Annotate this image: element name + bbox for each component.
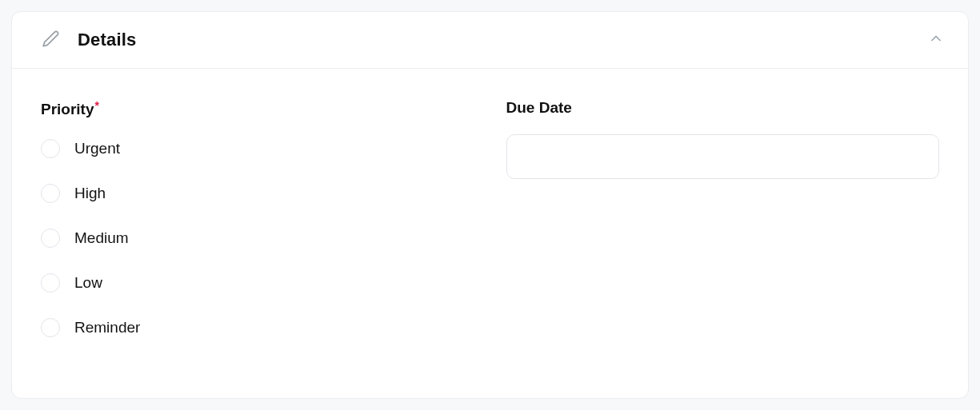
radio-circle: [41, 318, 60, 337]
due-date-column: Due Date: [506, 99, 940, 337]
card-header-left: Details: [41, 28, 137, 52]
radio-circle: [41, 229, 60, 248]
radio-label: High: [74, 185, 106, 202]
priority-label-wrapper: Priority*: [41, 99, 474, 134]
priority-label: Priority: [41, 101, 94, 118]
required-asterisk: *: [95, 99, 99, 112]
priority-option-medium[interactable]: Medium: [41, 229, 474, 248]
priority-radio-group: Urgent High Medium Low Reminder: [41, 139, 474, 337]
priority-option-low[interactable]: Low: [41, 273, 474, 293]
priority-option-reminder[interactable]: Reminder: [41, 318, 474, 337]
details-card: Details Priority* Urgent High: [11, 11, 969, 399]
radio-label: Reminder: [74, 319, 140, 336]
priority-option-urgent[interactable]: Urgent: [41, 139, 474, 158]
priority-option-high[interactable]: High: [41, 184, 474, 203]
radio-label: Medium: [74, 229, 129, 247]
card-body: Priority* Urgent High Medium Low: [12, 69, 968, 356]
priority-column: Priority* Urgent High Medium Low: [41, 99, 474, 337]
due-date-label: Due Date: [506, 99, 940, 117]
radio-label: Urgent: [74, 140, 120, 157]
card-title: Details: [78, 30, 137, 50]
pencil-icon: [41, 28, 62, 52]
details-card-header[interactable]: Details: [12, 12, 968, 69]
due-date-input[interactable]: [506, 134, 940, 179]
radio-circle: [41, 273, 60, 293]
radio-label: Low: [74, 274, 102, 292]
radio-circle: [41, 139, 60, 158]
radio-circle: [41, 184, 60, 203]
chevron-up-icon[interactable]: [928, 30, 944, 50]
